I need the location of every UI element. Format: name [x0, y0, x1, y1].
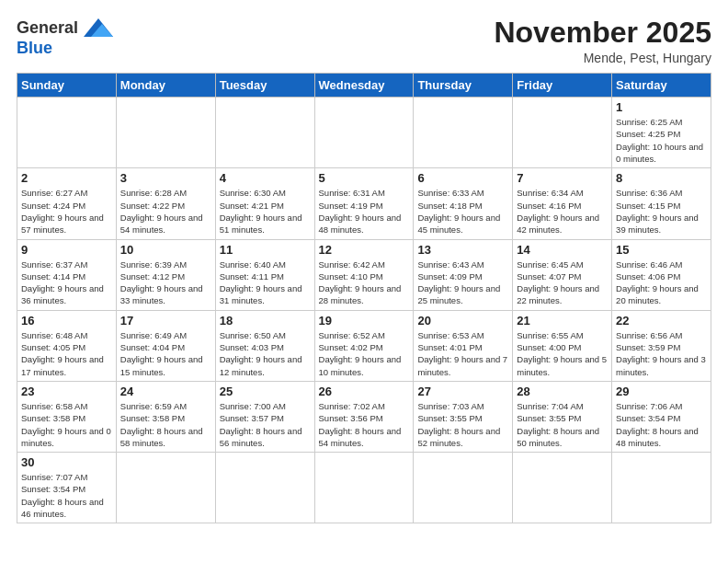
day-cell: 20Sunrise: 6:53 AMSunset: 4:01 PMDayligh…: [414, 310, 513, 381]
day-info: Sunrise: 6:36 AMSunset: 4:15 PMDaylight:…: [616, 187, 707, 236]
day-cell: [513, 98, 612, 168]
logo-triangle-icon: [82, 17, 115, 39]
day-info: Sunrise: 6:55 AMSunset: 4:00 PMDaylight:…: [517, 329, 608, 378]
col-sunday: Sunday: [17, 74, 117, 98]
day-info: Sunrise: 6:59 AMSunset: 3:58 PMDaylight:…: [120, 400, 211, 449]
day-number: 9: [21, 243, 112, 257]
day-number: 1: [616, 100, 707, 114]
day-cell: 14Sunrise: 6:45 AMSunset: 4:07 PMDayligh…: [513, 239, 612, 310]
day-info: Sunrise: 6:56 AMSunset: 3:59 PMDaylight:…: [616, 329, 707, 378]
week-row-3: 16Sunrise: 6:48 AMSunset: 4:05 PMDayligh…: [17, 310, 711, 381]
day-cell: 10Sunrise: 6:39 AMSunset: 4:12 PMDayligh…: [116, 239, 215, 310]
day-info: Sunrise: 7:00 AMSunset: 3:57 PMDaylight:…: [220, 400, 311, 449]
day-cell: 22Sunrise: 6:56 AMSunset: 3:59 PMDayligh…: [612, 310, 711, 381]
day-cell: [314, 453, 414, 523]
title-area: November 2025 Mende, Pest, Hungary: [494, 17, 711, 65]
day-info: Sunrise: 6:30 AMSunset: 4:21 PMDaylight:…: [220, 187, 311, 236]
day-cell: 28Sunrise: 7:04 AMSunset: 3:55 PMDayligh…: [513, 381, 612, 452]
day-info: Sunrise: 6:53 AMSunset: 4:01 PMDaylight:…: [417, 329, 508, 378]
day-number: 12: [319, 243, 410, 257]
day-cell: 3Sunrise: 6:28 AMSunset: 4:22 PMDaylight…: [116, 168, 215, 239]
day-cell: 15Sunrise: 6:46 AMSunset: 4:06 PMDayligh…: [612, 239, 711, 310]
day-cell: 12Sunrise: 6:42 AMSunset: 4:10 PMDayligh…: [314, 239, 414, 310]
day-info: Sunrise: 6:25 AMSunset: 4:25 PMDaylight:…: [616, 116, 707, 165]
day-info: Sunrise: 7:04 AMSunset: 3:55 PMDaylight:…: [517, 400, 608, 449]
day-cell: 9Sunrise: 6:37 AMSunset: 4:14 PMDaylight…: [17, 239, 117, 310]
week-row-1: 2Sunrise: 6:27 AMSunset: 4:24 PMDaylight…: [17, 168, 711, 239]
day-cell: 17Sunrise: 6:49 AMSunset: 4:04 PMDayligh…: [116, 310, 215, 381]
col-friday: Friday: [513, 74, 612, 98]
day-cell: [17, 98, 117, 168]
day-number: 3: [120, 171, 211, 185]
location: Mende, Pest, Hungary: [494, 51, 711, 65]
week-row-0: 1Sunrise: 6:25 AMSunset: 4:25 PMDaylight…: [17, 98, 711, 168]
day-number: 28: [517, 385, 608, 398]
day-cell: 19Sunrise: 6:52 AMSunset: 4:02 PMDayligh…: [314, 310, 414, 381]
day-cell: 6Sunrise: 6:33 AMSunset: 4:18 PMDaylight…: [414, 168, 513, 239]
day-cell: [612, 453, 711, 523]
day-info: Sunrise: 7:07 AMSunset: 3:54 PMDaylight:…: [21, 471, 112, 520]
day-number: 23: [21, 385, 112, 398]
day-info: Sunrise: 6:39 AMSunset: 4:12 PMDaylight:…: [120, 259, 211, 307]
day-cell: 4Sunrise: 6:30 AMSunset: 4:21 PMDaylight…: [215, 168, 314, 239]
day-info: Sunrise: 6:28 AMSunset: 4:22 PMDaylight:…: [120, 187, 211, 236]
day-number: 24: [120, 385, 211, 398]
day-info: Sunrise: 6:31 AMSunset: 4:19 PMDaylight:…: [319, 187, 410, 236]
day-number: 13: [417, 243, 508, 257]
day-info: Sunrise: 6:42 AMSunset: 4:10 PMDaylight:…: [319, 259, 410, 307]
day-number: 27: [417, 385, 508, 398]
day-info: Sunrise: 6:48 AMSunset: 4:05 PMDaylight:…: [21, 329, 112, 378]
day-number: 8: [616, 171, 707, 185]
day-cell: [314, 98, 414, 168]
day-cell: 5Sunrise: 6:31 AMSunset: 4:19 PMDaylight…: [314, 168, 414, 239]
day-info: Sunrise: 6:27 AMSunset: 4:24 PMDaylight:…: [21, 187, 112, 236]
day-info: Sunrise: 6:50 AMSunset: 4:03 PMDaylight:…: [220, 329, 311, 378]
logo-blue-text: Blue: [17, 39, 52, 57]
day-cell: [116, 453, 215, 523]
day-number: 16: [21, 314, 112, 327]
day-cell: 26Sunrise: 7:02 AMSunset: 3:56 PMDayligh…: [314, 381, 414, 452]
day-cell: [414, 453, 513, 523]
week-row-4: 23Sunrise: 6:58 AMSunset: 3:58 PMDayligh…: [17, 381, 711, 452]
col-wednesday: Wednesday: [314, 74, 414, 98]
day-number: 20: [417, 314, 508, 327]
day-cell: 30Sunrise: 7:07 AMSunset: 3:54 PMDayligh…: [17, 453, 117, 523]
day-cell: 18Sunrise: 6:50 AMSunset: 4:03 PMDayligh…: [215, 310, 314, 381]
day-number: 25: [220, 385, 311, 398]
day-number: 21: [517, 314, 608, 327]
day-number: 22: [616, 314, 707, 327]
day-info: Sunrise: 6:46 AMSunset: 4:06 PMDaylight:…: [616, 259, 707, 307]
col-thursday: Thursday: [414, 74, 513, 98]
day-cell: 21Sunrise: 6:55 AMSunset: 4:00 PMDayligh…: [513, 310, 612, 381]
calendar: Sunday Monday Tuesday Wednesday Thursday…: [17, 73, 711, 523]
day-cell: 13Sunrise: 6:43 AMSunset: 4:09 PMDayligh…: [414, 239, 513, 310]
day-number: 6: [417, 171, 508, 185]
day-cell: 29Sunrise: 7:06 AMSunset: 3:54 PMDayligh…: [612, 381, 711, 452]
day-number: 5: [319, 171, 410, 185]
day-info: Sunrise: 7:02 AMSunset: 3:56 PMDaylight:…: [319, 400, 410, 449]
day-number: 26: [319, 385, 410, 398]
day-cell: 8Sunrise: 6:36 AMSunset: 4:15 PMDaylight…: [612, 168, 711, 239]
day-number: 17: [120, 314, 211, 327]
col-monday: Monday: [116, 74, 215, 98]
day-info: Sunrise: 6:45 AMSunset: 4:07 PMDaylight:…: [517, 259, 608, 307]
header: General Blue November 2025 Mende, Pest, …: [17, 17, 711, 65]
day-number: 15: [616, 243, 707, 257]
day-cell: 24Sunrise: 6:59 AMSunset: 3:58 PMDayligh…: [116, 381, 215, 452]
day-info: Sunrise: 7:06 AMSunset: 3:54 PMDaylight:…: [616, 400, 707, 449]
day-info: Sunrise: 6:43 AMSunset: 4:09 PMDaylight:…: [417, 259, 508, 307]
day-cell: [215, 98, 314, 168]
day-number: 11: [220, 243, 311, 257]
logo: General Blue: [17, 17, 115, 58]
day-cell: [513, 453, 612, 523]
day-info: Sunrise: 7:03 AMSunset: 3:55 PMDaylight:…: [417, 400, 508, 449]
day-info: Sunrise: 6:49 AMSunset: 4:04 PMDaylight:…: [120, 329, 211, 378]
day-cell: 25Sunrise: 7:00 AMSunset: 3:57 PMDayligh…: [215, 381, 314, 452]
day-number: 29: [616, 385, 707, 398]
logo-general-text: General: [17, 18, 78, 38]
calendar-header-row: Sunday Monday Tuesday Wednesday Thursday…: [17, 74, 711, 98]
day-number: 14: [517, 243, 608, 257]
day-cell: 11Sunrise: 6:40 AMSunset: 4:11 PMDayligh…: [215, 239, 314, 310]
day-number: 10: [120, 243, 211, 257]
day-number: 7: [517, 171, 608, 185]
